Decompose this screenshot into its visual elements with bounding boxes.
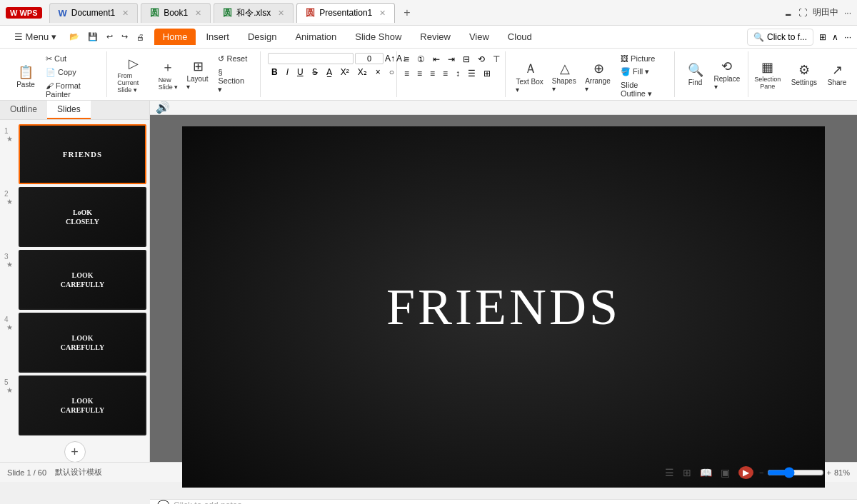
redo-button[interactable]: ↪: [117, 31, 132, 43]
menu-button[interactable]: ☰ Menu ▾: [6, 29, 65, 45]
tab-excel2-close[interactable]: ✕: [278, 9, 284, 18]
zoom-slider[interactable]: [767, 467, 824, 478]
ribbon-tab-home[interactable]: Home: [154, 29, 196, 45]
justify-button[interactable]: ≡: [439, 67, 451, 80]
font-color-button[interactable]: A̲: [323, 66, 336, 79]
align-left-button[interactable]: ≡: [401, 67, 413, 80]
highlight-button[interactable]: ○: [386, 66, 398, 79]
cols-button[interactable]: ⊟: [459, 53, 473, 66]
tab-book1[interactable]: 圆 Book1 ✕: [141, 3, 211, 23]
print-button[interactable]: 🖨: [132, 31, 149, 43]
tab-book1-close[interactable]: ✕: [195, 9, 201, 18]
find-button[interactable]: 🔍 Find: [681, 61, 710, 88]
text-box-button[interactable]: Ａ Text Box ▾: [513, 59, 547, 95]
slide-thumbnail-5[interactable]: LOOKCAREFULLY: [19, 376, 146, 435]
play-button[interactable]: ▶: [738, 466, 753, 479]
line-spacing-button[interactable]: ↕: [452, 67, 463, 80]
columns-button[interactable]: ⊞: [480, 67, 494, 80]
settings-button[interactable]: ⚙ Settings: [788, 61, 820, 88]
tab-document1[interactable]: W Document1 ✕: [49, 3, 139, 23]
align-right-button[interactable]: ≡: [426, 67, 438, 80]
save-button[interactable]: 💾: [84, 31, 102, 43]
subscript-button[interactable]: X₂: [354, 66, 371, 79]
indent-increase[interactable]: ⇥: [444, 53, 458, 66]
indent-decrease[interactable]: ⇤: [429, 53, 443, 66]
text-align-vert[interactable]: ⊤: [489, 53, 503, 66]
section-button[interactable]: § Section ▾: [214, 66, 254, 96]
font-size-increase[interactable]: A↑: [385, 54, 395, 64]
clear-format-button[interactable]: ×: [372, 66, 384, 79]
layout-button[interactable]: ⊞ Layout ▾: [184, 57, 212, 92]
zoom-in-button[interactable]: +: [827, 468, 831, 477]
audio-icon[interactable]: 🔊: [156, 101, 170, 114]
bold-button[interactable]: B: [268, 66, 281, 79]
tab-presentation1[interactable]: 圆 Presentation1 ✕: [296, 3, 395, 23]
slide-item-5[interactable]: 5 ★ LOOKCAREFULLY: [3, 376, 146, 435]
slide-notes[interactable]: 💬 Click to add notes: [150, 499, 857, 504]
slide-sorter-icon[interactable]: ⊞: [680, 465, 694, 480]
tab-excel2[interactable]: 圆 和令.xlsx ✕: [214, 3, 294, 23]
window-fullscreen[interactable]: ⛶: [798, 8, 807, 18]
arrange-button[interactable]: ⊕ Arrange ▾: [582, 59, 615, 94]
sidebar-tab-slides[interactable]: Slides: [47, 101, 91, 119]
align-center-button[interactable]: ≡: [414, 67, 426, 80]
cut-button[interactable]: ✂ Cut: [41, 53, 101, 65]
underline-button[interactable]: U: [294, 66, 307, 79]
text-direction[interactable]: ⟲: [474, 53, 488, 66]
ribbon-tab-slideshow[interactable]: Slide Show: [346, 29, 410, 45]
slide-item-4[interactable]: 4 ★ LOOKCAREFULLY: [3, 313, 146, 373]
zoom-out-button[interactable]: −: [759, 468, 763, 477]
from-current-slide-button[interactable]: ▷ From CurrentSlide ▾: [114, 54, 152, 95]
tab-document1-close[interactable]: ✕: [122, 9, 129, 18]
numbering-button[interactable]: ①: [414, 53, 428, 66]
wps-logo[interactable]: W WPS: [6, 7, 42, 19]
list-button[interactable]: ☰: [464, 67, 479, 80]
new-tab-button[interactable]: +: [398, 4, 416, 22]
slide-item-3[interactable]: 3 ★ LOOKCAREFULLY: [3, 250, 146, 310]
ribbon-tab-insert[interactable]: Insert: [197, 29, 238, 45]
reading-view-icon[interactable]: 📖: [697, 465, 715, 480]
slide-item-1[interactable]: 1 ★ FRIENDS: [3, 124, 146, 184]
window-minimize[interactable]: 🗕: [784, 8, 793, 18]
fill-button[interactable]: 🪣 Fill ▾: [616, 66, 668, 78]
ribbon-tab-review[interactable]: Review: [411, 29, 459, 45]
sidebar-tab-outline[interactable]: Outline: [0, 101, 47, 119]
font-name-input[interactable]: [268, 53, 354, 64]
new-slide-button[interactable]: ＋ NewSlide ▾: [154, 57, 182, 92]
ribbon-tab-design[interactable]: Design: [239, 29, 285, 45]
selection-pane-button[interactable]: ▦ SelectionPane: [750, 58, 786, 91]
slide-outline-button[interactable]: Slide Outline ▾: [616, 79, 668, 100]
replace-button[interactable]: ⟲ Replace ▾: [711, 57, 743, 92]
layout-icon[interactable]: ⊞: [819, 32, 826, 42]
tab-presentation1-close[interactable]: ✕: [379, 9, 386, 18]
ribbon-tab-view[interactable]: View: [461, 29, 498, 45]
slide-canvas[interactable]: FRIENDS: [150, 115, 857, 499]
normal-view-icon[interactable]: ☰: [662, 465, 677, 480]
slide-thumbnail-4[interactable]: LOOKCAREFULLY: [19, 313, 146, 373]
undo-button[interactable]: ↩: [102, 31, 117, 43]
ribbon-tab-cloud[interactable]: Cloud: [499, 29, 541, 45]
slide-item-2[interactable]: 2 ★ LoOKCLOSELY: [3, 187, 146, 247]
format-painter-button[interactable]: 🖌 Format Painter: [41, 80, 101, 100]
share-button[interactable]: ↗ Share: [823, 61, 851, 88]
slide-thumbnail-3[interactable]: LOOKCAREFULLY: [19, 250, 146, 310]
superscript-button[interactable]: X²: [337, 66, 353, 79]
reset-button[interactable]: ↺ Reset: [214, 53, 254, 65]
presenter-view-icon[interactable]: ▣: [718, 465, 733, 480]
bullets-button[interactable]: ≡: [401, 53, 413, 66]
picture-button[interactable]: 🖼 Picture: [616, 53, 668, 64]
ribbon-tab-animation[interactable]: Animation: [286, 29, 345, 45]
shapes-button[interactable]: △ Shapes ▾: [549, 59, 581, 94]
italic-button[interactable]: I: [283, 66, 292, 79]
font-size-input[interactable]: [355, 53, 384, 64]
strikethrough-button[interactable]: S̶: [309, 66, 321, 79]
ribbon-collapse[interactable]: ∧: [832, 32, 838, 42]
ribbon-more[interactable]: ···: [844, 32, 851, 42]
copy-button[interactable]: 📄 Copy: [41, 66, 101, 79]
open-button[interactable]: 📂: [65, 31, 84, 43]
add-slide-button[interactable]: +: [64, 441, 86, 462]
more-options[interactable]: ···: [844, 8, 851, 18]
click-to-search[interactable]: 🔍 Click to f...: [747, 29, 813, 46]
slide-thumbnail-2[interactable]: LoOKCLOSELY: [19, 187, 146, 247]
paste-button[interactable]: 📋 Paste: [11, 63, 40, 90]
